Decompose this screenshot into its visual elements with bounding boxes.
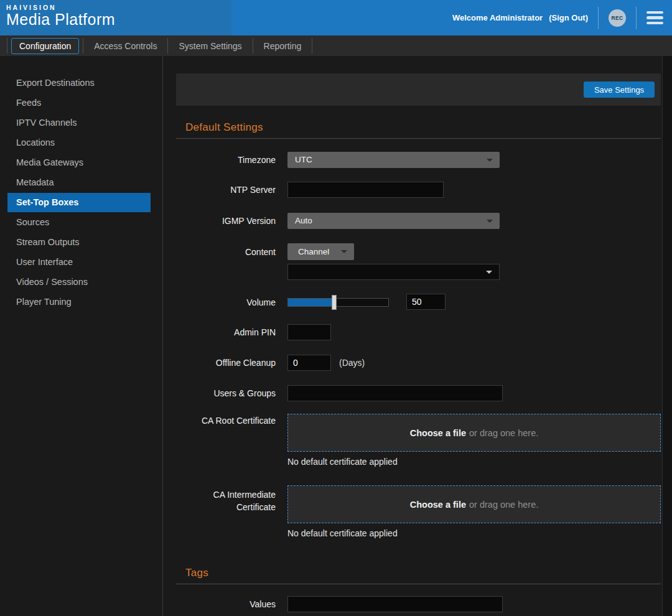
sidebar-item-sources[interactable]: Sources	[7, 213, 151, 232]
tab-system-settings[interactable]: System Settings	[168, 38, 252, 54]
volume-label: Volume	[164, 297, 276, 308]
tab-configuration[interactable]: Configuration	[11, 38, 79, 54]
sidebar-item-metadata[interactable]: Metadata	[7, 173, 151, 192]
content-label: Content	[164, 247, 276, 258]
app-header: HAIVISION Media Platform Welcome Adminis…	[0, 0, 672, 35]
hamburger-menu-icon[interactable]	[646, 10, 663, 26]
ntp-server-input[interactable]	[287, 182, 444, 198]
ca-intermediate-certificate-label: CA Intermediate Certificate	[164, 490, 276, 513]
offline-cleanup-unit: (Days)	[339, 358, 365, 368]
ca-intermediate-certificate-note: No default certificate applied	[287, 528, 398, 538]
users-groups-label: Users & Groups	[164, 388, 276, 399]
sidebar-item-stream-outputs[interactable]: Stream Outputs	[7, 233, 151, 252]
sidebar-item-user-interface[interactable]: User Interface	[7, 253, 151, 272]
brand-logo: HAIVISION Media Platform	[0, 0, 231, 35]
ca-root-certificate-note: No default certificate applied	[287, 457, 398, 467]
header-divider	[598, 7, 599, 29]
timezone-label: Timezone	[164, 155, 276, 166]
timezone-value: UTC	[295, 155, 312, 164]
ca-intermediate-label-line2: Certificate	[164, 502, 276, 513]
drag-hint-text: or drag one here.	[469, 428, 538, 438]
section-title-tags: Tags	[185, 567, 208, 579]
ntp-server-label: NTP Server	[164, 185, 276, 195]
sidebar-item-iptv-channels[interactable]: IPTV Channels	[7, 113, 151, 133]
rec-badge[interactable]: REC	[609, 9, 626, 27]
sidebar-item-export-destinations[interactable]: Export Destinations	[7, 73, 151, 93]
tab-access-controls[interactable]: Access Controls	[83, 38, 167, 54]
admin-pin-input[interactable]	[287, 324, 331, 340]
igmp-version-dropdown[interactable]: Auto	[287, 213, 500, 229]
welcome-text: Welcome Administrator	[452, 13, 543, 22]
main-nav-tabbar: Configuration Access Controls System Set…	[0, 35, 672, 56]
ca-root-certificate-label: CA Root Certificate	[164, 416, 276, 426]
tab-divider	[312, 38, 312, 54]
sidebar-item-videos-sessions[interactable]: Videos / Sessions	[7, 273, 151, 292]
timezone-dropdown[interactable]: UTC	[287, 152, 500, 168]
offline-cleanup-label: Offline Cleanup	[164, 358, 276, 368]
ca-intermediate-certificate-dropzone[interactable]: Choose a file or drag one here.	[287, 485, 661, 523]
sidebar-item-set-top-boxes[interactable]: Set-Top Boxes	[7, 193, 151, 212]
offline-cleanup-input[interactable]	[287, 355, 331, 371]
header-actions: Welcome Administrator (Sign Out) REC	[452, 0, 672, 35]
choose-file-link[interactable]: Choose a file	[410, 500, 466, 510]
section-title-default-settings: Default Settings	[185, 121, 263, 134]
users-groups-input[interactable]	[287, 385, 503, 401]
igmp-version-value: Auto	[295, 216, 312, 225]
save-settings-button[interactable]: Save Settings	[584, 82, 655, 98]
chevron-down-icon	[487, 220, 493, 223]
page: HAIVISION Media Platform Welcome Adminis…	[0, 0, 672, 616]
content-type-dropdown[interactable]: Channel	[287, 243, 354, 260]
sidebar-item-feeds[interactable]: Feeds	[7, 93, 151, 113]
ca-intermediate-label-line1: CA Intermediate	[164, 490, 276, 500]
choose-file-link[interactable]: Choose a file	[410, 428, 466, 438]
content-type-value: Channel	[298, 247, 329, 256]
chevron-down-icon	[486, 271, 492, 274]
ca-root-certificate-dropzone[interactable]: Choose a file or drag one here.	[287, 414, 661, 452]
sidebar-item-media-gateways[interactable]: Media Gateways	[7, 153, 151, 172]
sidebar-item-locations[interactable]: Locations	[7, 133, 151, 152]
section-divider	[176, 138, 661, 139]
tab-reporting[interactable]: Reporting	[253, 38, 312, 54]
tags-values-input[interactable]	[287, 596, 503, 612]
vertical-scrollbar[interactable]	[662, 56, 672, 616]
igmp-version-label: IGMP Version	[164, 216, 276, 226]
drag-hint-text: or drag one here.	[469, 500, 538, 510]
admin-pin-label: Admin PIN	[164, 327, 276, 338]
content-selection-dropdown[interactable]	[287, 264, 500, 280]
volume-value-input[interactable]	[406, 294, 446, 310]
chevron-down-icon	[341, 250, 347, 253]
config-sidebar: Export Destinations Feeds IPTV Channels …	[0, 56, 163, 616]
volume-slider-fill	[288, 299, 334, 306]
product-name: Media Platform	[6, 11, 231, 29]
tab-divider	[7, 38, 7, 54]
chevron-down-icon	[487, 159, 493, 162]
sign-out-link[interactable]: (Sign Out)	[549, 13, 588, 22]
header-divider	[636, 7, 637, 29]
section-divider	[176, 584, 661, 584]
sidebar-item-player-tuning[interactable]: Player Tuning	[7, 292, 151, 312]
volume-slider-track[interactable]	[287, 298, 389, 307]
tags-values-label: Values	[164, 599, 276, 610]
volume-slider-thumb[interactable]	[332, 295, 337, 310]
